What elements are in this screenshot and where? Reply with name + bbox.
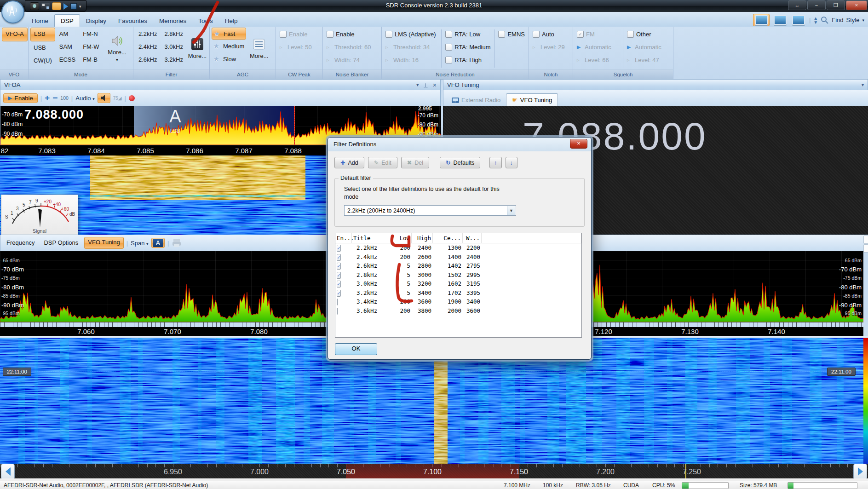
nr-rta-medium-checkbox[interactable]: RTA: Medium xyxy=(443,40,492,53)
nr-threshold[interactable]: ▹Threshold: 34 xyxy=(384,40,439,53)
nb-width[interactable]: ▹Width: 74 xyxy=(325,53,373,66)
search-icon[interactable] xyxy=(821,16,829,24)
del-button[interactable]: ✖Del xyxy=(401,157,429,168)
navigator-left-arrow-button[interactable] xyxy=(1,464,15,479)
nr-rta-low-checkbox[interactable]: RTA: Low xyxy=(443,28,492,40)
col-width[interactable]: W... xyxy=(463,233,482,243)
nb-threshold[interactable]: ▹Threshold: 60 xyxy=(325,40,373,53)
table-row[interactable]: ✓3.0kHz5320016023195 xyxy=(335,279,581,288)
filter-3-0khz-button[interactable]: 3.0kHz xyxy=(161,40,186,53)
squelch-other-level[interactable]: ▹Level: 47 xyxy=(625,53,663,66)
navigator-right-arrow-button[interactable] xyxy=(853,464,867,479)
mode-usb-button[interactable]: USB xyxy=(30,41,55,54)
filter-3-2khz-button[interactable]: 3.2kHz xyxy=(161,53,186,66)
layout-monitor-2-icon[interactable] xyxy=(772,14,788,26)
tab-vfo-tuning[interactable]: ☛ VFO Tuning xyxy=(506,93,558,106)
vfoa-enable-button[interactable]: ▶Enable xyxy=(3,93,38,103)
default-filter-combobox[interactable]: 2.2kHz (200Hz to 2400Hz) ▼ xyxy=(344,205,516,216)
tab-external-radio[interactable]: External Radio xyxy=(446,94,506,106)
pin-icon[interactable]: ⊤ xyxy=(423,82,428,88)
table-row[interactable]: ✓2.2kHz200240013002200 xyxy=(335,243,581,253)
tab-memories[interactable]: Memories xyxy=(153,15,192,27)
squelch-other-automatic[interactable]: ▶Automatic xyxy=(625,40,663,53)
maximize-button[interactable]: ❐ xyxy=(827,0,845,10)
agc-more-button[interactable]: More... xyxy=(250,52,268,59)
frequency-button[interactable]: Frequency xyxy=(3,237,38,248)
ok-button[interactable]: OK xyxy=(335,343,377,355)
layout-monitor-3-icon[interactable] xyxy=(791,14,806,26)
add-button[interactable]: ✚Add xyxy=(334,157,364,168)
mode-more-button[interactable]: More...▼ xyxy=(108,49,126,63)
mode-sam-button[interactable]: SAM xyxy=(56,40,79,53)
tab-dsp[interactable]: DSP xyxy=(54,14,80,27)
tab-display[interactable]: Display xyxy=(80,15,112,27)
mode-fmw-button[interactable]: FM-W xyxy=(80,40,102,53)
squelch-fm-automatic[interactable]: ▶Automatic xyxy=(575,40,621,53)
mode-ecss-button[interactable]: ECSS xyxy=(56,53,79,66)
col-enabled[interactable]: En... xyxy=(335,233,352,243)
nr-width[interactable]: ▹Width: 16 xyxy=(384,53,439,66)
row-checkbox[interactable] xyxy=(337,308,338,315)
agc-list-icon[interactable] xyxy=(253,38,265,50)
span-dropdown[interactable]: Span ▾ xyxy=(131,240,149,247)
vfo-a-button[interactable]: VFO-A xyxy=(2,28,28,41)
mute-level-icon[interactable]: 75◢ xyxy=(113,96,122,101)
mode-fmb-button[interactable]: FM-B xyxy=(80,53,102,66)
col-low[interactable]: Low xyxy=(394,233,412,243)
move-up-button[interactable]: ↑ xyxy=(489,157,501,168)
tab-home[interactable]: Home xyxy=(26,15,54,27)
table-row[interactable]: ✓2.8kHz5300015022995 xyxy=(335,270,581,280)
squelch-fm-checkbox[interactable]: ✓FM xyxy=(575,28,621,40)
nr-rta-high-checkbox[interactable]: RTA: High xyxy=(443,53,492,66)
dialog-close-button[interactable]: × xyxy=(570,139,587,149)
nr-lms-checkbox[interactable]: LMS (Adaptive) xyxy=(384,28,439,40)
row-checkbox[interactable]: ✓ xyxy=(337,263,341,270)
row-checkbox[interactable] xyxy=(337,299,338,305)
table-row[interactable]: ✓3.2kHz5340017023395 xyxy=(335,288,581,298)
print-icon[interactable] xyxy=(172,238,182,247)
squelch-other-checkbox[interactable]: Other xyxy=(625,28,663,40)
gain-plus-button[interactable]: + xyxy=(45,93,50,103)
defaults-button[interactable]: ↻Defaults xyxy=(440,157,480,168)
mode-fmn-button[interactable]: FM-N xyxy=(80,28,102,40)
notch-auto-checkbox[interactable]: Auto xyxy=(531,28,567,40)
a-vfo-button[interactable]: A xyxy=(151,238,165,248)
right-spectrum-scale[interactable]: 7.120 7.130 7.140 xyxy=(554,327,863,336)
filter-2-4khz-button[interactable]: 2.4kHz xyxy=(135,40,160,53)
agc-medium-button[interactable]: ★Medium xyxy=(212,40,246,52)
nb-enable-checkbox[interactable]: Enable xyxy=(325,28,373,40)
style-caret-icon[interactable]: ▾ xyxy=(862,18,864,23)
panel-menu-caret-icon[interactable]: ▾ xyxy=(862,82,864,87)
table-row[interactable]: ✓2.6kHz5280014022795 xyxy=(335,261,581,270)
waterfall-palette-strip[interactable] xyxy=(863,338,868,464)
speaker-button[interactable] xyxy=(98,93,110,103)
vfo-tuning-panel-header[interactable]: VFO Tuning ▾ xyxy=(443,79,868,90)
table-header[interactable]: En... Title Low High Ce... W... xyxy=(335,233,581,243)
expand-collapse-icon[interactable]: ▲▼ xyxy=(813,16,818,24)
layout-monitor-1-icon[interactable] xyxy=(753,14,770,26)
panel-close-icon[interactable]: × xyxy=(433,81,437,89)
filter-2-8khz-button[interactable]: 2.8kHz xyxy=(161,28,186,40)
filter-2-6khz-button[interactable]: 2.6kHz xyxy=(135,53,160,66)
vfo-tuning-button[interactable]: VFO Tuning xyxy=(84,237,123,249)
agc-slow-button[interactable]: ★Slow xyxy=(212,52,246,65)
mode-lsb-button[interactable]: LSB xyxy=(30,28,55,41)
col-high[interactable]: High xyxy=(412,233,433,243)
panel-menu-caret-icon[interactable]: ▾ xyxy=(416,82,419,87)
col-title[interactable]: Title xyxy=(352,233,394,243)
filter-definitions-icon[interactable] xyxy=(191,38,203,50)
move-down-button[interactable]: ↓ xyxy=(506,157,517,168)
dsp-options-button[interactable]: DSP Options xyxy=(40,237,81,248)
table-row[interactable]: 3.6kHz200380020003600 xyxy=(335,306,581,316)
table-row[interactable]: ✓2.4kHz200260014002400 xyxy=(335,253,581,262)
right-spectrum[interactable]: -65 dBm -70 dBm -75 dBm -80 dBm -85 dBm … xyxy=(554,251,863,322)
tab-help[interactable]: Help xyxy=(219,15,244,27)
mode-am-button[interactable]: AM xyxy=(56,28,79,40)
edit-button[interactable]: ✎Edit xyxy=(368,157,397,168)
filter-more-button[interactable]: More... xyxy=(188,52,207,59)
nr-emns-checkbox[interactable]: EMNS xyxy=(496,28,527,40)
speaker-icon[interactable] xyxy=(110,35,124,47)
dialog-title[interactable]: Filter Definitions xyxy=(328,138,591,151)
tab-favourites[interactable]: Favourites xyxy=(112,15,153,27)
squelch-fm-level[interactable]: ▹Level: 66 xyxy=(575,53,621,66)
